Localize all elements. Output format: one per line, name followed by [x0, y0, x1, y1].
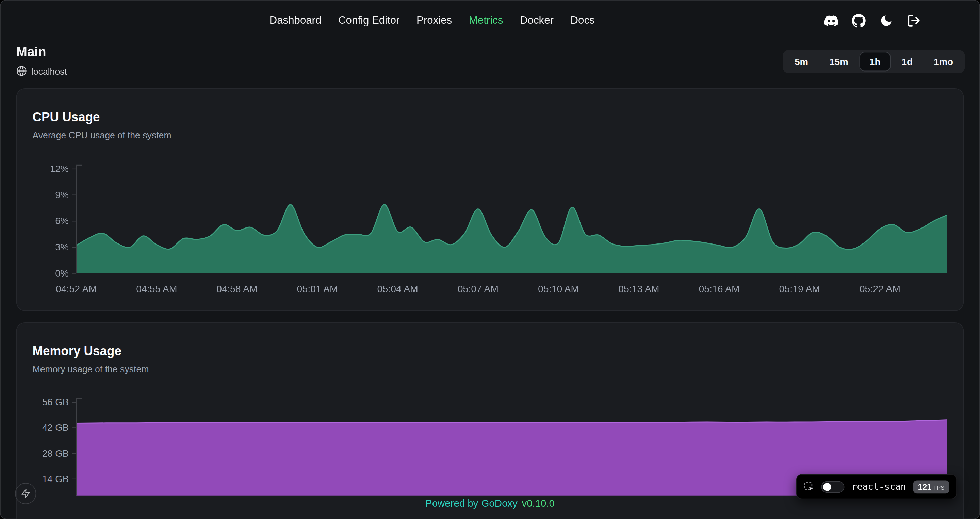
- svg-text:05:04 AM: 05:04 AM: [377, 283, 418, 294]
- svg-text:56 GB: 56 GB: [42, 397, 69, 407]
- cpu-card-title: CPU Usage: [33, 110, 963, 124]
- range-5m[interactable]: 5m: [785, 52, 818, 71]
- svg-text:05:16 AM: 05:16 AM: [698, 283, 740, 294]
- svg-text:05:19 AM: 05:19 AM: [779, 283, 820, 294]
- react-scan-toggle[interactable]: [821, 481, 845, 493]
- footer-powered-by: Powered by: [425, 498, 478, 508]
- agent-host-label: localhost: [31, 66, 67, 76]
- toggle-knob: [824, 482, 832, 491]
- footer-version-link[interactable]: v0.10.0: [522, 498, 554, 508]
- nav-proxies[interactable]: Proxies: [417, 14, 452, 27]
- svg-text:04:55 AM: 04:55 AM: [136, 283, 177, 294]
- nav-config-editor[interactable]: Config Editor: [338, 14, 400, 27]
- footer-godoxy-link[interactable]: GoDoxy: [481, 498, 517, 508]
- page-title: Main: [16, 44, 46, 59]
- svg-text:04:52 AM: 04:52 AM: [56, 283, 97, 294]
- range-1d[interactable]: 1d: [891, 52, 923, 71]
- svg-text:6%: 6%: [55, 216, 69, 226]
- theme-moon-icon[interactable]: [878, 13, 893, 27]
- fps-badge: 121 FPS: [913, 480, 950, 493]
- svg-text:05:13 AM: 05:13 AM: [618, 283, 659, 294]
- cpu-usage-chart[interactable]: 0%3%6%9%12%04:52 AM04:55 AM04:58 AM05:01…: [17, 160, 964, 303]
- fps-unit: FPS: [933, 485, 944, 491]
- app-window: Dashboard Config Editor Proxies Metrics …: [0, 0, 980, 519]
- logout-icon[interactable]: [906, 13, 920, 27]
- main-nav: Dashboard Config Editor Proxies Metrics …: [269, 1, 595, 41]
- lightning-icon: [21, 489, 30, 498]
- react-scan-label: react-scan: [851, 482, 906, 492]
- range-15m[interactable]: 15m: [819, 52, 858, 71]
- inspect-icon[interactable]: [804, 481, 815, 492]
- svg-text:05:01 AM: 05:01 AM: [297, 283, 338, 294]
- svg-text:3%: 3%: [55, 242, 69, 252]
- cpu-usage-card: CPU Usage Average CPU usage of the syste…: [16, 88, 964, 311]
- nav-docs[interactable]: Docs: [571, 14, 595, 27]
- svg-text:0%: 0%: [55, 268, 69, 279]
- footer: Powered byGoDoxyv0.10.0: [1, 498, 979, 509]
- fps-value: 121: [918, 482, 932, 492]
- svg-text:9%: 9%: [55, 190, 69, 200]
- agent-host: localhost: [16, 66, 67, 76]
- nav-dashboard[interactable]: Dashboard: [269, 14, 321, 27]
- svg-text:05:07 AM: 05:07 AM: [458, 283, 498, 294]
- globe-icon: [16, 66, 27, 76]
- svg-text:05:10 AM: 05:10 AM: [538, 283, 579, 294]
- range-1h[interactable]: 1h: [859, 52, 891, 71]
- svg-text:42 GB: 42 GB: [42, 423, 69, 433]
- svg-text:12%: 12%: [50, 163, 69, 174]
- range-1mo[interactable]: 1mo: [924, 52, 963, 71]
- header-icons: [824, 1, 921, 41]
- app-viewport: Dashboard Config Editor Proxies Metrics …: [0, 0, 980, 519]
- cpu-card-subtitle: Average CPU usage of the system: [33, 130, 963, 140]
- svg-text:05:22 AM: 05:22 AM: [859, 283, 900, 294]
- quick-actions-button[interactable]: [15, 483, 36, 504]
- memory-card-subtitle: Memory usage of the system: [33, 364, 963, 374]
- github-icon[interactable]: [851, 13, 865, 27]
- react-scan-widget: react-scan 121 FPS: [797, 474, 957, 499]
- svg-text:04:58 AM: 04:58 AM: [216, 283, 257, 294]
- svg-text:28 GB: 28 GB: [42, 448, 69, 459]
- time-range-selector: 5m 15m 1h 1d 1mo: [783, 50, 965, 73]
- memory-card-title: Memory Usage: [33, 344, 963, 358]
- svg-text:14 GB: 14 GB: [42, 474, 69, 484]
- nav-metrics[interactable]: Metrics: [469, 14, 503, 27]
- nav-docker[interactable]: Docker: [520, 14, 554, 27]
- discord-icon[interactable]: [824, 13, 838, 27]
